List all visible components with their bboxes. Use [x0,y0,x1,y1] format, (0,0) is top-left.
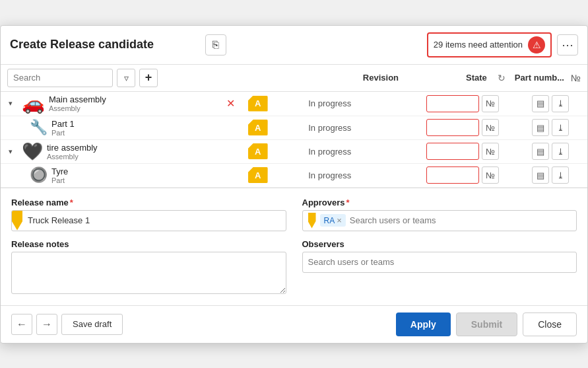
forward-button[interactable]: → [36,314,57,335]
table-row: ▾ 🖤 tire assembly Assembly A In progress [1,139,587,163]
item-type: Assembly [49,104,106,112]
release-name-input-wrap [11,210,286,231]
actions-cell: ▤ ⤓ [527,163,587,187]
submit-button: Submit [456,313,517,336]
save-draft-button[interactable]: Save draft [61,314,123,335]
refresh-state-button[interactable]: ↻ [498,73,506,83]
state-cell: In progress [303,139,393,163]
expand-toggle[interactable]: ▾ [9,99,18,108]
download-action-button[interactable]: ⤓ [552,119,569,136]
approvers-field: Approvers * RA × [302,198,577,231]
item-cell: ▾ 🚗 Main assembly Assembly ✕ [1,92,243,116]
attention-icon-button[interactable]: ⚠ [528,36,545,54]
item-name: tire assembly [47,143,98,153]
item-name: Tyre [51,166,68,176]
table-toolbar: ▿ + Revision State ↻ Part numb... № [1,65,587,92]
approver-initials: RA [324,216,335,225]
item-info: Part 1 Part [51,119,75,137]
actions-cell: ▤ ⤓ [527,139,587,163]
item-name: Main assembly [49,94,106,104]
actions-cell: ▤ ⤓ [527,116,587,139]
partnum-hash-button[interactable]: № [482,166,499,184]
revision-col-header: Revision [363,73,399,83]
release-notes-label: Release notes [11,239,286,249]
items-table: ▾ 🚗 Main assembly Assembly ✕ A [1,92,587,188]
partnum-spacer [394,116,421,139]
actions-cell: ▤ ⤓ [527,92,587,116]
search-input[interactable] [7,69,113,87]
footer-right: Apply Submit Close [396,313,577,336]
item-cell: ▾ 🖤 tire assembly Assembly [1,139,243,163]
part-number-input[interactable] [426,143,479,160]
history-button[interactable]: ⎘ [205,34,226,55]
document-action-button[interactable]: ▤ [532,95,549,112]
delete-item-button[interactable]: ✕ [224,97,238,110]
partnum-hash-button[interactable]: № [482,143,499,160]
revision-badge: A [248,120,268,135]
part-icon: 🔧 [30,120,48,135]
add-item-button[interactable]: + [139,69,158,87]
table-row: 🔧 Part 1 Part A In progress [1,116,587,139]
back-button[interactable]: ← [11,314,32,335]
release-notes-textarea[interactable] [11,252,286,294]
approvers-label: Approvers * [302,198,577,207]
item-type: Assembly [47,153,98,161]
revision-cell: A [243,163,304,187]
required-marker: * [70,198,73,207]
close-button[interactable]: Close [523,313,577,336]
item-cell: 🔧 Part 1 Part [1,116,243,139]
document-action-button[interactable]: ▤ [532,166,549,184]
release-name-input[interactable] [22,215,286,225]
partnum-col-header: Part numb... [515,73,564,83]
footer-left: ← → Save draft [11,314,123,335]
state-col-header: State [466,73,487,83]
attention-text: 29 items need attention [434,40,523,50]
items-table-wrap: ▾ 🚗 Main assembly Assembly ✕ A [1,92,587,188]
download-action-button[interactable]: ⤓ [552,143,569,160]
document-action-button[interactable]: ▤ [532,119,549,136]
item-info: Tyre Part [51,166,68,184]
filter-button[interactable]: ▿ [117,69,135,87]
partnum-cell: № [421,163,527,187]
partnum-spacer [394,163,421,187]
partnum-cell: № [421,92,527,116]
state-text: In progress [308,123,351,133]
download-action-button[interactable]: ⤓ [552,166,569,184]
observers-label: Observers [302,239,577,249]
partnum-cell: № [421,139,527,163]
revision-cell: A [243,92,304,116]
state-text: In progress [308,147,351,157]
table-row: ▾ 🚗 Main assembly Assembly ✕ A [1,92,587,116]
forward-icon: → [42,318,52,330]
state-text: In progress [308,98,351,108]
approvers-search-input[interactable] [350,215,571,225]
revision-badge: A [248,143,268,159]
state-cell: In progress [303,163,393,187]
warning-icon: ⚠ [533,40,541,50]
document-action-button[interactable]: ▤ [532,143,549,160]
release-form: Release name * Approvers * RA × [1,188,587,306]
assembly-icon: 🚗 [22,94,45,113]
expand-toggle[interactable]: ▾ [9,147,18,156]
release-name-label: Release name * [11,198,286,207]
partnum-hash-icon: № [571,73,581,83]
partnum-hash-button[interactable]: № [482,119,499,136]
item-type: Part [51,176,68,184]
observers-field: Observers [302,239,577,296]
more-options-button[interactable]: ⋯ [557,34,578,55]
apply-button[interactable]: Apply [396,313,451,336]
download-action-button[interactable]: ⤓ [552,95,569,112]
part-number-input[interactable] [426,119,479,136]
approvers-input-wrap[interactable]: RA × [302,210,577,231]
state-cell: In progress [303,92,393,116]
item-info: Main assembly Assembly [49,94,106,112]
partnum-cell: № [421,116,527,139]
filter-icon: ▿ [124,73,129,83]
partnum-hash-button[interactable]: № [482,95,499,112]
part-number-input[interactable] [426,166,479,184]
remove-approver-button[interactable]: × [337,215,342,225]
observers-search-input[interactable] [302,252,577,273]
required-marker: * [346,198,350,207]
part-number-input[interactable] [426,95,479,112]
create-release-dialog: Create Release candidate ⎘ 29 items need… [0,25,588,344]
